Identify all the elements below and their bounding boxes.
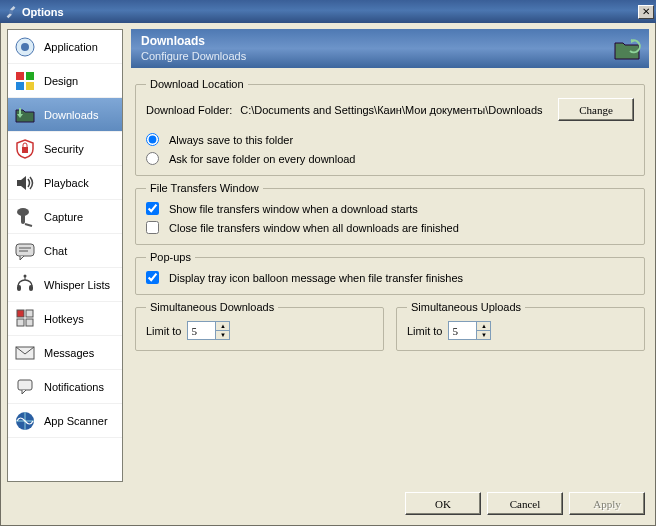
tools-icon [4, 5, 18, 19]
sim-downloads-stepper[interactable]: ▲▼ [215, 321, 230, 340]
application-icon [14, 36, 36, 58]
sim-uploads-stepper[interactable]: ▲▼ [476, 321, 491, 340]
ok-button[interactable]: OK [405, 492, 481, 515]
file-transfers-group: File Transfers Window Show file transfer… [135, 182, 645, 245]
dialog-button-row: OK Cancel Apply [7, 482, 649, 519]
tray-balloon-label: Display tray icon balloon message when f… [169, 272, 463, 284]
downloads-icon [14, 104, 36, 126]
sim-uploads-group: Simultaneous Uploads Limit to ▲▼ [396, 301, 645, 351]
svg-rect-21 [18, 380, 32, 390]
playback-icon [14, 172, 36, 194]
sim-uploads-input[interactable] [448, 321, 476, 340]
panel-subtitle: Configure Downloads [141, 50, 639, 62]
panel-header: Downloads Configure Downloads [131, 29, 649, 68]
security-icon [14, 138, 36, 160]
window-title: Options [22, 6, 64, 18]
download-folder-path: C:\Documents and Settings\Каин\Мои докум… [240, 104, 554, 116]
sidebar-item-hotkeys[interactable]: Hotkeys [8, 302, 122, 336]
download-location-group: Download Location Download Folder: C:\Do… [135, 78, 645, 176]
close-transfers-label: Close file transfers window when all dow… [169, 222, 459, 234]
sidebar-item-label: Capture [44, 211, 83, 223]
sidebar-item-label: Security [44, 143, 84, 155]
sim-downloads-group: Simultaneous Downloads Limit to ▲▼ [135, 301, 384, 351]
sim-downloads-limit-label: Limit to [146, 325, 181, 337]
sidebar-item-chat[interactable]: Chat [8, 234, 122, 268]
sidebar-item-notifications[interactable]: Notifications [8, 370, 122, 404]
always-save-radio[interactable] [146, 133, 159, 146]
ask-folder-radio[interactable] [146, 152, 159, 165]
sidebar-item-label: Playback [44, 177, 89, 189]
svg-rect-14 [29, 285, 33, 291]
svg-rect-3 [16, 72, 24, 80]
sidebar-item-whisper-lists[interactable]: Whisper Lists [8, 268, 122, 302]
sidebar-item-label: Hotkeys [44, 313, 84, 325]
svg-point-2 [21, 43, 29, 51]
svg-rect-7 [22, 147, 28, 153]
whisper-icon [14, 274, 36, 296]
ask-folder-label: Ask for save folder on every download [169, 153, 356, 165]
design-icon [14, 70, 36, 92]
messages-icon [14, 342, 36, 364]
sidebar-item-label: Application [44, 41, 98, 53]
sidebar-item-label: App Scanner [44, 415, 108, 427]
group-legend: Simultaneous Uploads [407, 301, 525, 313]
sidebar-item-capture[interactable]: Capture [8, 200, 122, 234]
downloads-header-icon [613, 35, 641, 63]
sidebar-item-label: Messages [44, 347, 94, 359]
svg-rect-19 [26, 319, 33, 326]
svg-rect-9 [21, 214, 25, 224]
sidebar-item-label: Whisper Lists [44, 279, 110, 291]
sidebar-item-playback[interactable]: Playback [8, 166, 122, 200]
chat-icon [14, 240, 36, 262]
group-legend: Simultaneous Downloads [146, 301, 278, 313]
close-button[interactable]: ✕ [638, 5, 654, 19]
sidebar: Application Design Downl [7, 29, 123, 482]
notifications-icon [14, 376, 36, 398]
sidebar-item-app-scanner[interactable]: App Scanner [8, 404, 122, 438]
svg-point-15 [24, 274, 27, 277]
svg-rect-6 [26, 82, 34, 90]
cancel-button[interactable]: Cancel [487, 492, 563, 515]
group-legend: File Transfers Window [146, 182, 263, 194]
show-transfers-label: Show file transfers window when a downlo… [169, 203, 418, 215]
sidebar-item-messages[interactable]: Messages [8, 336, 122, 370]
svg-rect-17 [26, 310, 33, 317]
svg-rect-16 [17, 310, 24, 317]
close-transfers-checkbox[interactable] [146, 221, 159, 234]
group-legend: Pop-ups [146, 251, 195, 263]
show-transfers-checkbox[interactable] [146, 202, 159, 215]
title-bar: Options ✕ [0, 0, 656, 23]
sidebar-item-label: Notifications [44, 381, 104, 393]
change-folder-button[interactable]: Change [558, 98, 634, 121]
tray-balloon-checkbox[interactable] [146, 271, 159, 284]
svg-rect-5 [16, 82, 24, 90]
panel-title: Downloads [141, 34, 639, 48]
always-save-label: Always save to this folder [169, 134, 293, 146]
capture-icon [14, 206, 36, 228]
hotkeys-icon [14, 308, 36, 330]
svg-rect-4 [26, 72, 34, 80]
apply-button[interactable]: Apply [569, 492, 645, 515]
sidebar-item-design[interactable]: Design [8, 64, 122, 98]
popups-group: Pop-ups Display tray icon balloon messag… [135, 251, 645, 295]
sim-uploads-limit-label: Limit to [407, 325, 442, 337]
svg-rect-0 [9, 10, 13, 14]
sidebar-item-downloads[interactable]: Downloads [8, 98, 122, 132]
svg-rect-18 [17, 319, 24, 326]
sim-downloads-input[interactable] [187, 321, 215, 340]
svg-rect-10 [16, 244, 34, 256]
group-legend: Download Location [146, 78, 248, 90]
download-folder-label: Download Folder: [146, 104, 232, 116]
sidebar-item-label: Downloads [44, 109, 98, 121]
sidebar-item-application[interactable]: Application [8, 30, 122, 64]
appscanner-icon [14, 410, 36, 432]
sidebar-item-label: Design [44, 75, 78, 87]
sidebar-item-label: Chat [44, 245, 67, 257]
sidebar-item-security[interactable]: Security [8, 132, 122, 166]
svg-rect-13 [17, 285, 21, 291]
